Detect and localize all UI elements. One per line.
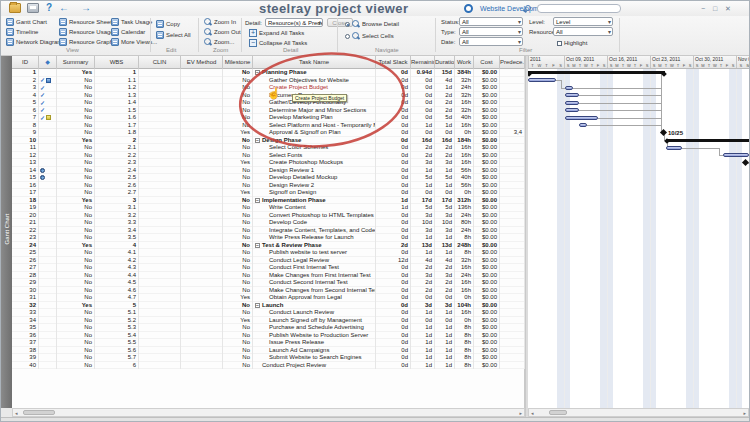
sidebar-tab-gantt-chart[interactable]: Gantt Chart (1, 56, 12, 408)
scroll-left-arrow-icon[interactable]: ◂ (15, 409, 18, 417)
remaining-cell[interactable]: 0d (411, 77, 435, 85)
pred-cell[interactable] (500, 227, 525, 235)
clin-cell[interactable] (139, 242, 181, 250)
milestone-cell[interactable]: No (223, 362, 253, 370)
slack-cell[interactable]: 0d (376, 129, 411, 137)
work-cell[interactable]: 32h (455, 92, 474, 100)
clin-cell[interactable] (139, 182, 181, 190)
name-cell[interactable]: Launch Ad Campaigns (253, 347, 376, 355)
clin-cell[interactable] (139, 189, 181, 197)
ev-cell[interactable] (181, 219, 223, 227)
duration-cell[interactable]: 0d (435, 129, 455, 137)
table-row[interactable]: 1Yes1No−Planning Phase0d0.94d15d384h$0.0… (12, 69, 525, 77)
wbs-cell[interactable]: 2.4 (95, 167, 139, 175)
clin-cell[interactable] (139, 212, 181, 220)
ev-cell[interactable] (181, 279, 223, 287)
milestone-cell[interactable]: No (223, 339, 253, 347)
duration-cell[interactable]: 1d (435, 167, 455, 175)
ev-cell[interactable] (181, 92, 223, 100)
duration-cell[interactable]: 2d (435, 144, 455, 152)
wbs-cell[interactable]: 5.4 (95, 332, 139, 340)
duration-cell[interactable]: 2d (435, 279, 455, 287)
milestone-cell[interactable]: No (223, 204, 253, 212)
pred-cell[interactable] (500, 279, 525, 287)
summary-cell[interactable]: No (57, 234, 95, 242)
wbs-cell[interactable]: 5.3 (95, 324, 139, 332)
ind-cell[interactable]: ✓ (39, 114, 57, 122)
wbs-cell[interactable]: 4.4 (95, 272, 139, 280)
ind-cell[interactable] (39, 137, 57, 145)
clin-cell[interactable] (139, 339, 181, 347)
summary-cell[interactable]: No (57, 324, 95, 332)
wbs-cell[interactable]: 2.2 (95, 152, 139, 160)
ind-cell[interactable] (39, 189, 57, 197)
column-header-pred[interactable]: Predece... (500, 56, 525, 69)
duration-cell[interactable]: 17d (435, 197, 455, 205)
wbs-cell[interactable]: 4.2 (95, 257, 139, 265)
column-header-clin[interactable]: CLIN (139, 56, 181, 69)
id-cell[interactable]: 1 (12, 69, 39, 77)
ev-cell[interactable] (181, 174, 223, 182)
ind-cell[interactable]: ✓ (39, 84, 57, 92)
collapse-expander-icon[interactable]: − (255, 198, 260, 203)
slack-cell[interactable]: 2d (376, 242, 411, 250)
summary-cell[interactable]: No (57, 249, 95, 257)
ind-cell[interactable] (39, 242, 57, 250)
table-row[interactable]: 34No5.2YesLaunch Signed off by Managemen… (12, 317, 525, 325)
cost-cell[interactable]: $0.00 (474, 362, 500, 370)
summary-cell[interactable]: No (57, 159, 95, 167)
name-cell[interactable]: −Design Phase (253, 137, 376, 145)
id-cell[interactable]: 29 (12, 279, 39, 287)
name-cell[interactable]: Convert Photoshop to HTML Templates (253, 212, 376, 220)
summary-cell[interactable]: No (57, 212, 95, 220)
table-row[interactable]: 18Yes3No−Implementation Phase1d17d17d312… (12, 197, 525, 205)
pred-cell[interactable] (500, 309, 525, 317)
slack-cell[interactable]: 0d (376, 317, 411, 325)
duration-cell[interactable]: 1d (435, 309, 455, 317)
id-cell[interactable]: 28 (12, 272, 39, 280)
wbs-cell[interactable]: 1.6 (95, 114, 139, 122)
id-cell[interactable]: 12 (12, 152, 39, 160)
id-cell[interactable]: 18 (12, 197, 39, 205)
cost-cell[interactable]: $0.00 (474, 167, 500, 175)
wbs-cell[interactable]: 1.7 (95, 122, 139, 130)
name-cell[interactable]: Write Press Release for Launch (253, 234, 376, 242)
table-row[interactable]: 32Yes5No−Launch0d3d3d104h$0.00 (12, 302, 525, 310)
table-row[interactable]: 16No2.6NoDesign Review 20d1d1d56h$0.00 (12, 182, 525, 190)
id-cell[interactable]: 4 (12, 92, 39, 100)
slack-cell[interactable]: 0d (376, 332, 411, 340)
remaining-cell[interactable]: 1d (411, 122, 435, 130)
gantt-milestone-diamond[interactable] (659, 129, 666, 136)
duration-cell[interactable]: 4d (435, 77, 455, 85)
zoom-in-button[interactable]: Zoom In (204, 18, 236, 26)
ind-cell[interactable] (39, 279, 57, 287)
slack-cell[interactable]: 0d (376, 99, 411, 107)
milestone-cell[interactable]: No (223, 137, 253, 145)
cost-cell[interactable]: $0.00 (474, 227, 500, 235)
work-cell[interactable]: 0h (455, 129, 474, 137)
cost-cell[interactable]: $0.00 (474, 309, 500, 317)
ind-cell[interactable] (39, 159, 57, 167)
duration-cell[interactable]: 2d (435, 99, 455, 107)
wbs-cell[interactable]: 2.6 (95, 182, 139, 190)
remaining-cell[interactable]: 3d (411, 159, 435, 167)
table-row[interactable]: 35No5.3NoPurchase and Schedule Advertisi… (12, 324, 525, 332)
summary-cell[interactable]: No (57, 84, 95, 92)
name-cell[interactable]: Create Project Budget (253, 84, 376, 92)
id-cell[interactable]: 37 (12, 339, 39, 347)
milestone-cell[interactable]: No (223, 77, 253, 85)
name-cell[interactable]: Launch Signed off by Management (253, 317, 376, 325)
table-row[interactable]: 27No4.3NoConduct First Internal Test0d2d… (12, 264, 525, 272)
view-network-diagram-button[interactable]: Network Diagram (6, 38, 62, 46)
slack-cell[interactable]: 0d (376, 152, 411, 160)
table-row[interactable]: 37No5.5NoIssue Press Release0d1d1d8h$0.0… (12, 339, 525, 347)
ev-cell[interactable] (181, 77, 223, 85)
table-row[interactable]: 39No5.7NoSubmit Website to Search Engine… (12, 354, 525, 362)
remaining-cell[interactable]: 1d (411, 249, 435, 257)
slack-cell[interactable]: 0d (376, 302, 411, 310)
wbs-cell[interactable]: 3.4 (95, 227, 139, 235)
milestone-cell[interactable]: Yes (223, 317, 253, 325)
ind-cell[interactable] (39, 324, 57, 332)
summary-cell[interactable]: No (57, 294, 95, 302)
id-cell[interactable]: 11 (12, 144, 39, 152)
